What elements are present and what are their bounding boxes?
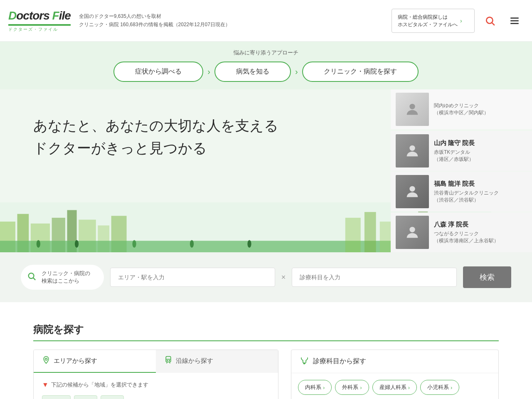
specialty-tag-arrow-0: › bbox=[323, 384, 325, 391]
specialty-naika[interactable]: 内科系 › bbox=[298, 380, 332, 395]
specialty-shoni-label: 小児科系 bbox=[427, 384, 449, 391]
doctor-card-0[interactable]: 山内 隆守 院長 赤坂TKデンタル （港区／赤坂駅） bbox=[391, 131, 532, 171]
tab-line[interactable]: 沿線から探す bbox=[156, 350, 278, 373]
doctor-info-0: 山内 隆守 院長 赤坂TKデンタル （港区／赤坂駅） bbox=[434, 139, 527, 163]
hamburger-menu-button[interactable] bbox=[505, 12, 524, 30]
clinic-button[interactable]: クリニック・病院を探す bbox=[302, 62, 419, 82]
train-icon bbox=[164, 356, 172, 366]
header-right: 病院・総合病院探しは ホスピタルズ・ファイルへ › bbox=[392, 9, 524, 33]
svg-point-0 bbox=[486, 17, 493, 23]
tab-line-label: 沿線から探す bbox=[176, 357, 213, 365]
doctor-photo-2 bbox=[396, 216, 429, 249]
doctor-photo-0 bbox=[396, 134, 429, 167]
search-hint-icon bbox=[27, 272, 36, 283]
doctor-card-1[interactable]: 福島 龍洋 院長 渋谷青山デンタルクリニック （渋谷区／渋谷駅） bbox=[391, 172, 532, 212]
doctor-info-2: 八森 淳 院長 つながるクリニック （横浜市港南区／上永谷駅） bbox=[434, 221, 527, 244]
site-header: Doctors File ドクターズ・ファイル 全国のドクター9,635人の想い… bbox=[0, 0, 532, 42]
region-btn-3[interactable]: 関東 bbox=[101, 395, 124, 399]
find-content: エリアから探す 沿線から探す ▼ 下記の候補から「地域」を選択できます 北海道 … bbox=[33, 350, 499, 399]
find-left-panel: エリアから探す 沿線から探す ▼ 下記の候補から「地域」を選択できます 北海道 … bbox=[33, 350, 278, 399]
logo-subtitle: ドクターズ・ファイル bbox=[8, 27, 58, 32]
header-tagline: 全国のドクター9,635人の想いを取材 クリニック・病院 160,683件の情報… bbox=[79, 12, 230, 28]
doctor-info-1: 福島 龍洋 院長 渋谷青山デンタルクリニック （渋谷区／渋谷駅） bbox=[434, 180, 527, 204]
nav-subtitle: 悩みに寄り添うアプローチ bbox=[234, 49, 298, 57]
symptoms-button[interactable]: 症状から調べる bbox=[113, 62, 203, 82]
svg-point-40 bbox=[167, 360, 168, 361]
specialty-header: 診療科目から探す bbox=[291, 350, 498, 373]
doctor-card-top[interactable]: 関内ゆめクリニック （横浜市中区／関内駅） bbox=[391, 89, 532, 129]
specialty-tag-arrow-1: › bbox=[360, 384, 362, 391]
find-tabs: エリアから探す 沿線から探す bbox=[34, 350, 278, 373]
hospitals-link-arrow: › bbox=[460, 17, 462, 24]
doctor-info-top: 関内ゆめクリニック （横浜市中区／関内駅） bbox=[434, 102, 527, 116]
specialty-tag-arrow-3: › bbox=[451, 384, 452, 391]
doctor-photo-1 bbox=[396, 175, 429, 208]
hero-left: あなたと、あなたの大切な人を支える ドクターがきっと見つかる bbox=[0, 89, 391, 252]
specialty-shoni[interactable]: 小児科系 › bbox=[420, 380, 459, 395]
region-btn-1[interactable]: 北海道 bbox=[42, 395, 71, 399]
find-right-panel: 診療科目から探す 内科系 › 外科系 › 産婦人科系 › 小児科系 › bbox=[291, 350, 499, 399]
nav-arrow-1: › bbox=[207, 67, 210, 76]
search-hint-text: クリニック・病院の検索はここから bbox=[42, 270, 90, 284]
specialty-tag-arrow-2: › bbox=[408, 384, 410, 391]
nav-arrow-2: › bbox=[295, 67, 298, 76]
svg-point-29 bbox=[409, 104, 415, 109]
hint-arrow-icon: ▼ bbox=[42, 381, 49, 389]
doctor-cards: 関内ゆめクリニック （横浜市中区／関内駅） 山内 隆守 院長 赤坂TKデンタル … bbox=[391, 89, 532, 252]
specialty-tags-row1: 内科系 › 外科系 › 産婦人科系 › 小児科系 › bbox=[291, 373, 498, 399]
specialty-sanfu[interactable]: 産婦人科系 › bbox=[372, 380, 417, 395]
logo[interactable]: Doctors File ドクターズ・ファイル bbox=[8, 9, 71, 32]
tab-area-label: エリアから探す bbox=[54, 357, 97, 365]
region-buttons: 北海道 東北 関東 bbox=[42, 395, 270, 399]
hero-title: あなたと、あなたの大切な人を支える ドクターがきっと見つかる bbox=[33, 114, 370, 160]
find-hint: ▼ 下記の候補から「地域」を選択できます bbox=[42, 381, 270, 389]
svg-line-34 bbox=[33, 278, 35, 280]
svg-point-31 bbox=[409, 186, 415, 192]
specialty-title: 診療科目から探す bbox=[313, 357, 366, 366]
logo-bar bbox=[8, 24, 71, 26]
specialty-geka[interactable]: 外科系 › bbox=[335, 380, 369, 395]
specialty-input[interactable] bbox=[292, 268, 457, 287]
tab-area[interactable]: エリアから探す bbox=[34, 350, 156, 373]
logo-text: Doctors File bbox=[8, 9, 71, 22]
find-tab-area-content: ▼ 下記の候補から「地域」を選択できます 北海道 東北 関東 bbox=[34, 373, 278, 399]
hospitals-link[interactable]: 病院・総合病院探しは ホスピタルズ・ファイルへ › bbox=[392, 9, 475, 33]
svg-point-41 bbox=[169, 360, 170, 361]
svg-point-32 bbox=[409, 227, 415, 232]
region-btn-2[interactable]: 東北 bbox=[74, 395, 97, 399]
stethoscope-icon bbox=[300, 356, 309, 367]
search-section: クリニック・病院の検索はここから × 検索 bbox=[0, 252, 532, 302]
specialty-naika-label: 内科系 bbox=[305, 384, 321, 391]
header-left: Doctors File ドクターズ・ファイル 全国のドクター9,635人の想い… bbox=[8, 9, 230, 32]
disease-button[interactable]: 病気を知る bbox=[214, 62, 291, 82]
svg-point-33 bbox=[29, 273, 34, 278]
area-icon bbox=[42, 356, 50, 366]
specialty-geka-label: 外科系 bbox=[342, 384, 358, 391]
svg-point-30 bbox=[409, 145, 415, 151]
find-hospital-section: 病院を探す エリアから探す 沿線から探す bbox=[0, 302, 532, 399]
clear-button[interactable]: × bbox=[281, 273, 286, 282]
find-hospital-title: 病院を探す bbox=[33, 323, 499, 341]
area-input[interactable] bbox=[110, 268, 275, 287]
doctor-card-2[interactable]: 八森 淳 院長 つながるクリニック （横浜市港南区／上永谷駅） bbox=[391, 212, 532, 252]
doctor-photo-top bbox=[396, 93, 429, 126]
svg-line-1 bbox=[492, 22, 495, 25]
search-hint-bubble: クリニック・病院の検索はここから bbox=[21, 265, 104, 290]
nav-buttons: 症状から調べる › 病気を知る › クリニック・病院を探す bbox=[113, 62, 418, 82]
specialty-sanfu-label: 産婦人科系 bbox=[379, 384, 406, 391]
svg-point-35 bbox=[45, 358, 47, 360]
search-icon-button[interactable] bbox=[481, 12, 499, 30]
search-button[interactable]: 検索 bbox=[463, 266, 511, 288]
nav-bar: 悩みに寄り添うアプローチ 症状から調べる › 病気を知る › クリニック・病院を… bbox=[0, 42, 532, 89]
find-hint-text: 下記の候補から「地域」を選択できます bbox=[51, 381, 148, 389]
hero-section: あなたと、あなたの大切な人を支える ドクターがきっと見つかる 関内ゆめクリニック… bbox=[0, 89, 532, 252]
